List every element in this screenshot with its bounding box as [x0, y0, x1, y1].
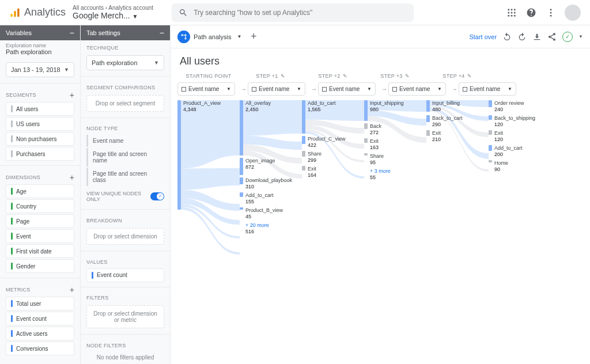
edit-icon[interactable]: ✎: [467, 73, 472, 79]
chip-age[interactable]: Age: [6, 184, 74, 198]
add-dimension-icon[interactable]: +: [70, 173, 74, 182]
search-bar[interactable]: [172, 3, 414, 22]
path-node[interactable]: Product_C_view422: [302, 136, 346, 149]
arrow-icon: →: [380, 82, 388, 96]
path-node[interactable]: Exit163: [364, 138, 404, 151]
product-logo[interactable]: Analytics: [9, 6, 66, 18]
step-node-selector[interactable]: Event name▼: [459, 82, 516, 96]
chip-all-users[interactable]: All users: [6, 102, 74, 116]
variables-panel: Variables− Exploration namePath explorat…: [0, 25, 81, 364]
values-chip[interactable]: Event count: [86, 268, 164, 282]
more-icon[interactable]: [545, 7, 557, 18]
filters-drop-zone[interactable]: Drop or select dimension or metric: [86, 305, 164, 328]
search-input[interactable]: [194, 9, 407, 17]
chip-conversions[interactable]: Conversions: [6, 342, 74, 355]
edit-icon[interactable]: ✎: [343, 73, 347, 79]
step-node-selector[interactable]: Event name▼: [388, 82, 446, 96]
chip-us-users[interactable]: US users: [6, 117, 74, 131]
account-selector[interactable]: All accounts › Analytics account Google …: [73, 5, 153, 20]
add-metric-icon[interactable]: +: [70, 285, 74, 294]
download-icon[interactable]: [532, 32, 542, 41]
path-node[interactable]: All_overlay2,450: [240, 100, 292, 156]
chip-active-users[interactable]: Active users: [6, 327, 74, 340]
step-header: STEP +4 ✎: [426, 73, 489, 79]
path-node[interactable]: Add_to_cart1,565: [302, 100, 346, 134]
add-segment-icon[interactable]: +: [70, 90, 74, 100]
chip-country[interactable]: Country: [6, 199, 74, 213]
path-node[interactable]: Share95: [364, 153, 404, 166]
step-node-selector[interactable]: Event name▼: [248, 82, 305, 96]
svg-point-7: [511, 12, 513, 13]
path-node[interactable]: Product_A_view4,348: [177, 100, 221, 210]
chip-non-purchasers[interactable]: Non purchasers: [6, 132, 74, 146]
redo-icon[interactable]: [517, 32, 527, 41]
add-tab-button[interactable]: +: [247, 31, 260, 43]
user-avatar[interactable]: [565, 5, 581, 21]
chip-event-count[interactable]: Event count: [6, 312, 74, 325]
svg-point-14: [550, 14, 552, 16]
svg-point-13: [550, 12, 552, 13]
tab-settings-header: Tab settings−: [81, 25, 170, 40]
path-node[interactable]: Download_playbook310: [240, 177, 292, 190]
path-node[interactable]: Back_to_shipping120: [489, 115, 535, 128]
svg-point-8: [514, 12, 516, 13]
node-type-option[interactable]: Page title and screen class: [86, 168, 164, 186]
node-type-option[interactable]: Page title and screen name: [86, 148, 164, 166]
path-node[interactable]: Input_billing480: [426, 100, 463, 113]
node-type-option[interactable]: Event name: [86, 135, 164, 147]
more-nodes-link[interactable]: + 3 more55: [364, 168, 404, 181]
date-range-picker[interactable]: Jan 13 - 19, 2018▼: [6, 62, 74, 77]
path-node[interactable]: Add_to_cart155: [240, 192, 292, 205]
apps-icon[interactable]: [506, 7, 517, 18]
product-name: Analytics: [24, 6, 66, 18]
help-icon[interactable]: [525, 7, 537, 18]
step-node-selector[interactable]: Event name▼: [177, 82, 235, 96]
share-icon[interactable]: [547, 32, 557, 41]
path-node[interactable]: Exit164: [302, 166, 346, 179]
path-node[interactable]: Add_to_cart200: [489, 145, 535, 158]
path-node[interactable]: Input_shipping980: [364, 100, 404, 121]
more-nodes-link[interactable]: + 20 more516: [240, 222, 292, 235]
analytics-logo-icon: [9, 7, 21, 18]
chip-event[interactable]: Event: [6, 229, 74, 243]
path-node[interactable]: Order review240: [489, 100, 535, 113]
path-node[interactable]: Share299: [302, 151, 346, 164]
path-node[interactable]: Exit210: [426, 130, 463, 143]
node-filters-text: No node filters applied: [81, 351, 170, 364]
svg-point-17: [553, 38, 555, 40]
chip-first-visit-date[interactable]: First visit date: [6, 244, 74, 258]
svg-point-4: [511, 9, 513, 10]
svg-rect-0: [11, 13, 13, 17]
start-over-link[interactable]: Start over: [469, 33, 497, 40]
path-node[interactable]: Home90: [489, 160, 535, 173]
status-indicator[interactable]: ✓: [562, 32, 573, 42]
chip-total-user[interactable]: Total user: [6, 297, 74, 310]
chip-page[interactable]: Page: [6, 214, 74, 228]
path-node[interactable]: Back_to_cart290: [426, 115, 463, 128]
canvas-toolbar: Path analysis▼ + Start over ✓ ▼: [171, 25, 590, 48]
path-node[interactable]: Open_image872: [240, 158, 292, 175]
search-icon: [179, 8, 188, 17]
step-header: STEP +2 ✎: [302, 73, 364, 79]
svg-point-11: [514, 14, 516, 16]
chip-gender[interactable]: Gender: [6, 259, 74, 273]
technique-tab[interactable]: Path analysis▼: [177, 31, 241, 43]
technique-select[interactable]: Path exploration▼: [86, 55, 164, 70]
chip-purchasers[interactable]: Purchasers: [6, 147, 74, 161]
step-header: STEP +3 ✎: [364, 73, 426, 79]
breakdown-drop-zone[interactable]: Drop or select dimension: [86, 228, 164, 245]
unique-nodes-toggle[interactable]: [150, 192, 164, 200]
path-node[interactable]: Back272: [364, 123, 404, 136]
undo-icon[interactable]: [502, 32, 512, 41]
arrow-icon: →: [451, 82, 459, 96]
step-node-selector[interactable]: Event name▼: [318, 82, 376, 96]
collapse-icon[interactable]: −: [160, 30, 164, 36]
collapse-icon[interactable]: −: [70, 30, 74, 36]
path-node[interactable]: Product_B_view45: [240, 207, 292, 220]
edit-icon[interactable]: ✎: [281, 73, 285, 79]
svg-point-6: [508, 12, 509, 13]
path-analysis-icon: [177, 31, 190, 43]
segment-drop-zone[interactable]: Drop or select segment: [86, 95, 164, 112]
edit-icon[interactable]: ✎: [405, 73, 410, 79]
path-node[interactable]: Exit120: [489, 130, 535, 143]
